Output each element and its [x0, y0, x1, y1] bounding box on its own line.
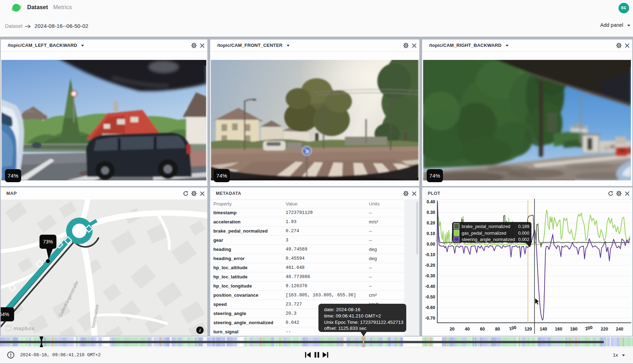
svg-text:gas_pedal_normalized: gas_pedal_normalized [462, 231, 506, 236]
svg-text:steering_angle_normalized: steering_angle_normalized [462, 237, 515, 242]
svg-text:80: 80 [495, 327, 500, 332]
svg-text:-0.40: -0.40 [425, 284, 436, 289]
svg-text:0.20: 0.20 [427, 221, 435, 226]
svg-text:brake_pedal_normalized: brake_pedal_normalized [462, 224, 510, 229]
svg-text:140: 140 [540, 327, 547, 332]
svg-text:-0.60: -0.60 [425, 305, 436, 310]
svg-text:73%: 73% [43, 239, 53, 245]
svg-text:160: 160 [555, 327, 562, 332]
svg-text:0.00: 0.00 [427, 242, 435, 247]
svg-text:220: 220 [601, 327, 608, 332]
svg-text:-0.20: -0.20 [425, 263, 436, 268]
svg-text:20: 20 [450, 327, 455, 332]
svg-text:-0.10: -0.10 [425, 252, 436, 257]
svg-text:0.000: 0.000 [518, 231, 529, 236]
svg-text:0.189: 0.189 [518, 224, 529, 229]
svg-text:0.10: 0.10 [427, 231, 435, 236]
svg-text:mapbox: mapbox [13, 325, 35, 331]
svg-text:-0.30: -0.30 [425, 273, 436, 278]
svg-text:180: 180 [570, 327, 578, 332]
svg-text:100: 100 [509, 325, 517, 332]
svg-text:120: 120 [525, 327, 532, 332]
svg-text:40: 40 [465, 327, 470, 332]
svg-text:240: 240 [616, 327, 623, 332]
svg-text:60: 60 [480, 327, 485, 332]
svg-text:-0.70: -0.70 [425, 316, 436, 321]
svg-text:m: m [7, 326, 11, 331]
svg-text:-0.50: -0.50 [425, 295, 436, 300]
svg-text:0.002: 0.002 [518, 237, 529, 242]
svg-text:0.30: 0.30 [427, 210, 435, 215]
svg-text:0.40: 0.40 [427, 199, 435, 204]
svg-text:i: i [199, 328, 201, 333]
svg-text:64%: 64% [1, 311, 9, 317]
svg-text:200: 200 [585, 325, 593, 332]
